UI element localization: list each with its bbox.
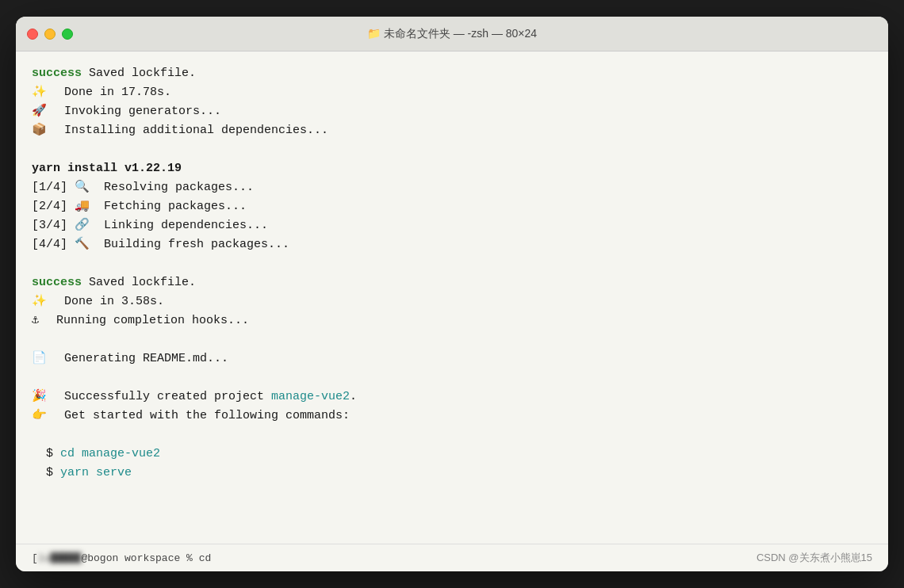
folder-icon: 📁: [367, 27, 384, 40]
success-label-2: success: [32, 273, 82, 292]
blurred-username: lu█████: [38, 552, 82, 564]
line-text-9b: .: [350, 388, 357, 407]
line-running: ⚓ Running completion hooks...: [32, 311, 872, 330]
line-text-5: Saved lockfile.: [82, 273, 196, 292]
package-icon: 📦: [32, 121, 47, 140]
line-generating: 📄 Generating README.md...: [32, 349, 872, 368]
line-step-3: [3/4] 🔗 Linking dependencies...: [32, 216, 872, 235]
party-icon: 🎉: [32, 388, 47, 407]
title-bar: 📁 未命名文件夹 — -zsh — 80×24: [16, 17, 888, 52]
line-text-3: Invoking generators...: [50, 102, 221, 121]
line-text-1: Saved lockfile.: [82, 64, 196, 83]
bottom-bar: [lu█████@bogon workspace % cd CSDN @关东煮小…: [16, 544, 888, 571]
minimize-button[interactable]: [44, 29, 56, 40]
cmd-cd: cd manage-vue2: [60, 445, 160, 464]
window-title: 📁 未命名文件夹 — -zsh — 80×24: [367, 27, 537, 41]
line-step-4: [4/4] 🔨 Building fresh packages...: [32, 235, 872, 254]
blank-3: [32, 330, 872, 349]
sparkle-icon-2: ✨: [32, 292, 47, 311]
rocket-icon: 🚀: [32, 102, 47, 121]
dollar-2: $: [32, 464, 60, 483]
line-success-2: success Saved lockfile.: [32, 273, 872, 292]
line-text-7: Running completion hooks...: [42, 311, 249, 330]
maximize-button[interactable]: [62, 29, 73, 40]
line-yarn-install: yarn install v1.22.19: [32, 159, 872, 178]
finger-right-icon: 👉: [32, 407, 47, 426]
anchor-icon: ⚓: [32, 311, 39, 330]
step-4-text: [4/4] 🔨 Building fresh packages...: [32, 235, 289, 254]
dollar-1: $: [32, 445, 60, 464]
yarn-install-text: yarn install v1.22.19: [32, 159, 182, 178]
blank-5: [32, 426, 872, 445]
step-3-text: [3/4] 🔗 Linking dependencies...: [32, 216, 268, 235]
line-text-9: Successfully created project: [50, 388, 271, 407]
line-text-8: Generating README.md...: [50, 349, 228, 368]
line-step-2: [2/4] 🚚 Fetching packages...: [32, 197, 872, 216]
line-done-1: ✨ Done in 17.78s.: [32, 83, 872, 102]
terminal-body[interactable]: success Saved lockfile. ✨ Done in 17.78s…: [16, 52, 888, 544]
line-done-2: ✨ Done in 3.58s.: [32, 292, 872, 311]
line-get-started: 👉 Get started with the following command…: [32, 407, 872, 426]
prompt-line-2: $ yarn serve: [32, 464, 872, 483]
blank-4: [32, 368, 872, 388]
traffic-lights: [27, 29, 73, 40]
prompt-line-1: $ cd manage-vue2: [32, 445, 872, 464]
blank-2: [32, 254, 872, 273]
watermark-text: CSDN @关东煮小熊崽15: [757, 551, 872, 565]
sparkle-icon-1: ✨: [32, 83, 47, 102]
terminal-prompt: [lu█████@bogon workspace % cd: [32, 552, 211, 564]
blank-1: [32, 140, 872, 159]
line-invoking: 🚀 Invoking generators...: [32, 102, 872, 121]
success-label-1: success: [32, 64, 82, 83]
step-2-text: [2/4] 🚚 Fetching packages...: [32, 197, 247, 216]
line-step-1: [1/4] 🔍 Resolving packages...: [32, 178, 872, 197]
project-name: manage-vue2: [271, 388, 350, 407]
line-text-4: Installing additional dependencies...: [50, 121, 328, 140]
close-button[interactable]: [27, 29, 38, 40]
cmd-yarn-serve: yarn serve: [60, 464, 132, 483]
document-icon: 📄: [32, 349, 47, 368]
line-text-10: Get started with the following commands:: [50, 407, 350, 426]
terminal-window: 📁 未命名文件夹 — -zsh — 80×24 success Saved lo…: [16, 17, 888, 571]
line-text-6: Done in 3.58s.: [50, 292, 164, 311]
hostname-text: @bogon workspace % cd: [81, 552, 211, 564]
line-created: 🎉 Successfully created project manage-vu…: [32, 388, 872, 407]
step-1-text: [1/4] 🔍 Resolving packages...: [32, 178, 254, 197]
line-text-2: Done in 17.78s.: [50, 83, 171, 102]
line-success-1: success Saved lockfile.: [32, 64, 872, 83]
line-installing: 📦 Installing additional dependencies...: [32, 121, 872, 140]
